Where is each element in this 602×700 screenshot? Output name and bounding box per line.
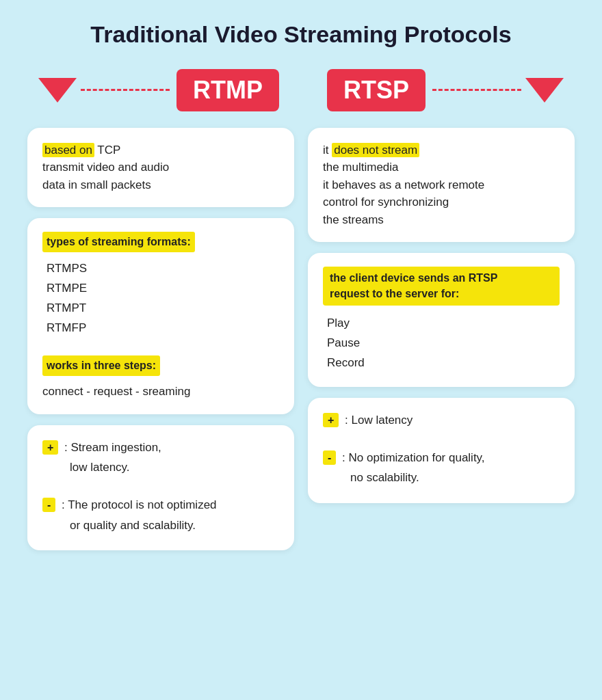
rtsp-request-header: the client device sends an RTSPrequest t… xyxy=(323,267,560,306)
list-item: Record xyxy=(327,353,560,373)
rtmp-tcp-text: TCP xyxy=(94,144,120,157)
rtmp-plus-line: + : Stream ingestion, xyxy=(42,439,279,457)
rtsp-header: RTSP xyxy=(320,69,568,111)
rtmp-plus-text-2: low latency. xyxy=(70,459,279,476)
rtsp-it-prefix: it xyxy=(323,144,332,157)
rtsp-plus-line: + : Low latency xyxy=(323,412,560,429)
rtmp-formats-list: RTMPS RTMPE RTMPT RTMFP xyxy=(47,259,279,338)
rtmp-card-3: + : Stream ingestion, low latency. - : T… xyxy=(27,425,294,551)
rtmp-desc-2: data in small packets xyxy=(42,178,151,191)
rtsp-multimedia: the multimedia xyxy=(323,161,399,174)
rtsp-card-3: + : Low latency - : No optimization for … xyxy=(308,398,575,503)
rtmp-plus-colon: : xyxy=(61,441,67,454)
list-item: RTMFP xyxy=(47,319,279,338)
rtmp-minus-line: - : The protocol is not optimized xyxy=(42,496,279,514)
rtsp-control: control for synchronizing xyxy=(323,196,449,208)
rtmp-minus-text: The protocol is not optimized xyxy=(68,498,216,511)
rtmp-steps-header: works in three steps: xyxy=(42,355,160,376)
rtmp-card-2: types of streaming formats: RTMPS RTMPE … xyxy=(27,218,294,414)
rtsp-arrow-icon xyxy=(525,78,564,103)
rtsp-actions-list: Play Pause Record xyxy=(327,314,560,373)
page-title: Traditional Video Streaming Protocols xyxy=(27,21,575,49)
rtmp-desc-1: transmit video and audio xyxy=(42,161,169,174)
rtsp-behaves: it behaves as a network remote xyxy=(323,178,484,191)
rtsp-plus-colon: : xyxy=(341,414,348,427)
list-item: RTMPT xyxy=(47,299,279,319)
rtsp-badge: RTSP xyxy=(327,69,426,111)
rtmp-plus-badge: + xyxy=(42,440,58,455)
rtsp-column: it does not stream the multimedia it beh… xyxy=(308,128,575,562)
list-item: Pause xyxy=(327,334,560,353)
rtmp-minus-colon: : xyxy=(58,498,64,511)
rtmp-highlight-based-on: based on xyxy=(42,143,94,157)
rtsp-card-1: it does not stream the multimedia it beh… xyxy=(308,128,575,243)
rtsp-minus-text-2: no scalability. xyxy=(350,469,560,487)
list-item: Play xyxy=(327,314,560,334)
rtmp-column: based on TCP transmit video and audio da… xyxy=(27,128,294,562)
rtsp-minus-colon: : xyxy=(339,451,345,464)
rtmp-plus-text: Stream ingestion, xyxy=(71,441,161,454)
rtsp-minus-badge: - xyxy=(323,450,336,465)
rtsp-minus-text: No optimization for quality, xyxy=(349,451,485,464)
page-container: Traditional Video Streaming Protocols RT… xyxy=(0,0,602,600)
rtmp-formats-header: types of streaming formats: xyxy=(42,232,195,252)
rtsp-plus-badge: + xyxy=(323,413,339,427)
rtsp-plus-text: Low latency xyxy=(352,414,413,427)
rtsp-highlight-does-not-stream: does not stream xyxy=(332,143,419,157)
list-item: RTMPE xyxy=(47,279,279,299)
rtmp-steps-text: connect - request - sreaming xyxy=(42,383,279,401)
rtsp-dotted-line xyxy=(432,89,521,91)
rtsp-card-2: the client device sends an RTSPrequest t… xyxy=(308,253,575,386)
rtmp-dotted-line xyxy=(81,89,170,91)
protocol-header-row: RTMP RTSP xyxy=(27,69,575,111)
rtmp-header: RTMP xyxy=(34,69,286,111)
rtmp-badge: RTMP xyxy=(176,69,279,111)
rtmp-minus-text-2: or quality and scalability. xyxy=(70,517,279,535)
list-item: RTMPS xyxy=(47,259,279,279)
rtmp-arrow-icon xyxy=(38,78,77,103)
rtsp-streams: the streams xyxy=(323,213,384,226)
rtsp-minus-line: - : No optimization for quality, xyxy=(323,449,560,467)
rtmp-card-1: based on TCP transmit video and audio da… xyxy=(27,128,294,208)
rtmp-minus-badge: - xyxy=(42,498,55,512)
content-columns: based on TCP transmit video and audio da… xyxy=(27,128,575,562)
